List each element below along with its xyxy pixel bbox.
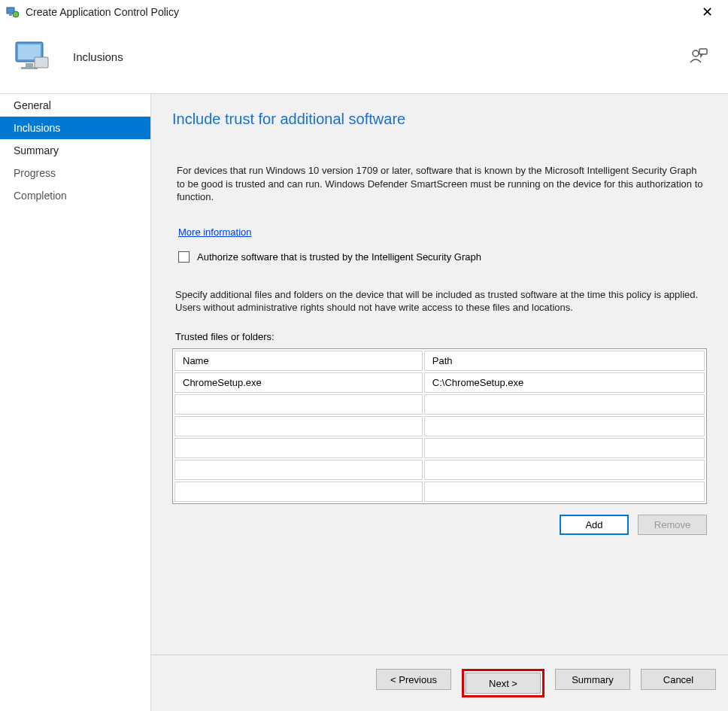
svg-rect-9 <box>699 49 707 54</box>
table-row-empty[interactable] <box>174 416 705 436</box>
table-row-empty[interactable] <box>174 482 705 502</box>
svg-point-2 <box>13 11 19 17</box>
isg-checkbox-row: Authorize software that is trusted by th… <box>178 251 707 263</box>
wizard-header: Inclusions <box>0 24 728 93</box>
cell-path: C:\ChromeSetup.exe <box>424 372 705 393</box>
next-highlight-box: Next > <box>462 669 544 697</box>
content-pane: Include trust for additional software Fo… <box>150 93 728 711</box>
titlebar: Create Application Control Policy ✕ <box>0 0 728 24</box>
app-icon <box>6 5 20 19</box>
window-title: Create Application Control Policy <box>26 6 179 18</box>
cancel-button[interactable]: Cancel <box>641 669 716 690</box>
table-row-empty[interactable] <box>174 438 705 458</box>
page-title: Inclusions <box>73 50 123 63</box>
summary-button[interactable]: Summary <box>555 669 630 690</box>
close-button[interactable]: ✕ <box>692 4 722 20</box>
column-header[interactable]: Path <box>424 351 705 371</box>
svg-rect-5 <box>26 63 33 67</box>
isg-checkbox-label: Authorize software that is trusted by th… <box>197 251 481 263</box>
trusted-files-label: Trusted files or folders: <box>172 331 707 342</box>
sidebar-item-inclusions[interactable]: Inclusions <box>0 117 150 139</box>
table-row-empty[interactable] <box>174 460 705 480</box>
previous-button[interactable]: < Previous <box>376 669 451 690</box>
isg-authorize-checkbox[interactable] <box>178 251 190 263</box>
monitor-icon <box>12 36 53 77</box>
spec-description: Specify additional files and folders on … <box>172 288 707 314</box>
add-button[interactable]: Add <box>560 515 629 535</box>
content-heading: Include trust for additional software <box>172 111 707 128</box>
svg-point-8 <box>693 50 699 56</box>
feedback-icon[interactable] <box>689 46 708 68</box>
next-button[interactable]: Next > <box>466 673 541 694</box>
cell-name: ChromeSetup.exe <box>174 372 423 393</box>
isg-description: For devices that run Windows 10 version … <box>172 164 707 204</box>
trusted-files-table[interactable]: NamePath ChromeSetup.exeC:\ChromeSetup.e… <box>172 348 707 504</box>
svg-rect-1 <box>9 14 12 16</box>
sidebar-item-summary[interactable]: Summary <box>0 139 150 162</box>
sidebar-item-progress[interactable]: Progress <box>0 162 150 184</box>
wizard-footer: < Previous Next > Summary Cancel <box>151 655 728 711</box>
table-row-empty[interactable] <box>174 394 705 415</box>
svg-rect-7 <box>35 57 48 68</box>
wizard-steps-sidebar: GeneralInclusionsSummaryProgressCompleti… <box>0 93 150 711</box>
table-row[interactable]: ChromeSetup.exeC:\ChromeSetup.exe <box>174 372 705 393</box>
sidebar-item-general[interactable]: General <box>0 94 150 117</box>
sidebar-item-completion[interactable]: Completion <box>0 184 150 207</box>
remove-button: Remove <box>638 515 707 535</box>
more-information-link[interactable]: More information <box>178 226 252 238</box>
column-header[interactable]: Name <box>174 351 423 371</box>
